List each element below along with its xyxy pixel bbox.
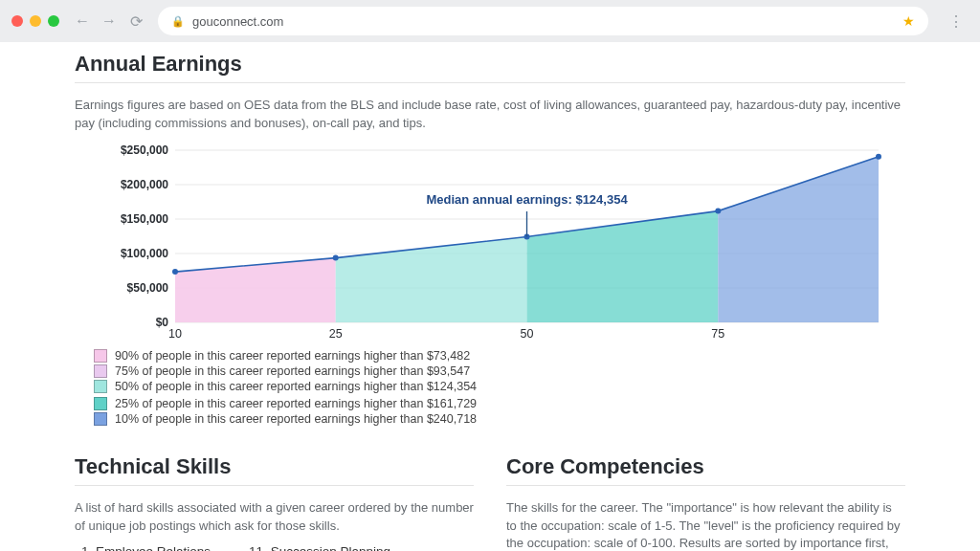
list-item: Succession Planning bbox=[249, 544, 390, 551]
swatch-p90 bbox=[94, 349, 107, 363]
legend-text-p50: 50% of people in this career reported ea… bbox=[115, 380, 477, 393]
xtick-50: 50 bbox=[521, 327, 534, 341]
list-item: Employee Relations bbox=[96, 544, 211, 551]
xtick-25: 25 bbox=[329, 327, 343, 341]
url-text: gouconnect.com bbox=[192, 14, 895, 29]
legend-text-p25: 25% of people in this career reported ea… bbox=[115, 397, 477, 410]
ytick-200k: $200,000 bbox=[121, 178, 168, 191]
swatch-p10 bbox=[94, 412, 107, 426]
tech-list-a: Employee Relations Talent Acquisition bbox=[75, 544, 211, 551]
address-bar[interactable]: 🔒 gouconnect.com ★ bbox=[158, 7, 928, 35]
back-button[interactable]: ← bbox=[75, 12, 90, 30]
legend-text-p75: 75% of people in this career reported ea… bbox=[115, 364, 470, 378]
svg-point-7 bbox=[333, 254, 339, 260]
core-competencies-section: Core Competencies The skills for the car… bbox=[506, 449, 905, 551]
core-desc: The skills for the career. The "importan… bbox=[506, 499, 905, 551]
svg-point-10 bbox=[876, 153, 881, 159]
swatch-p25 bbox=[94, 397, 107, 410]
ytick-0: $0 bbox=[156, 316, 169, 329]
tech-title: Technical Skills bbox=[75, 454, 474, 486]
earnings-desc: Earnings figures are based on OES data f… bbox=[75, 97, 905, 133]
legend-item-p75: 75% of people in this career reported ea… bbox=[94, 364, 477, 378]
legend-item-p90: 90% of people in this career reported ea… bbox=[94, 349, 477, 363]
ytick-150k: $150,000 bbox=[121, 212, 168, 226]
xtick-75: 75 bbox=[711, 327, 724, 341]
earnings-title: Annual Earnings bbox=[75, 52, 905, 83]
median-annotation: Median annual earnings: $124,354 bbox=[426, 192, 628, 207]
legend-item-p10: 10% of people in this career reported ea… bbox=[94, 412, 477, 426]
legend-text-p90: 90% of people in this career reported ea… bbox=[115, 349, 470, 363]
ytick-250k: $250,000 bbox=[121, 143, 168, 157]
nav-controls: ← → ⟳ bbox=[75, 12, 143, 31]
tech-list-b: Succession Planning Business Strategies bbox=[239, 544, 390, 551]
tech-desc: A list of hard skills associated with a … bbox=[75, 499, 474, 536]
xtick-10: 10 bbox=[168, 327, 182, 341]
ytick-50k: $50,000 bbox=[127, 281, 169, 295]
legend-text-p10: 10% of people in this career reported ea… bbox=[115, 412, 477, 426]
close-window-icon[interactable] bbox=[11, 15, 23, 27]
bookmark-star-icon[interactable]: ★ bbox=[902, 13, 915, 29]
svg-point-9 bbox=[715, 208, 721, 213]
ytick-100k: $100,000 bbox=[121, 247, 168, 260]
maximize-window-icon[interactable] bbox=[48, 15, 59, 27]
minimize-window-icon[interactable] bbox=[30, 15, 41, 27]
legend-item-p50: 50% of people in this career reported ea… bbox=[94, 380, 477, 393]
earnings-legend: 90% of people in this career reported ea… bbox=[94, 349, 896, 426]
lock-icon: 🔒 bbox=[171, 15, 185, 28]
legend-item-p25: 25% of people in this career reported ea… bbox=[94, 397, 477, 410]
swatch-p50 bbox=[94, 380, 107, 393]
earnings-chart-svg: $0 $50,000 $100,000 $150,000 $200,000 $2… bbox=[75, 141, 907, 342]
forward-button[interactable]: → bbox=[101, 12, 117, 30]
reload-button[interactable]: ⟳ bbox=[130, 12, 143, 31]
earnings-chart: $0 $50,000 $100,000 $150,000 $200,000 $2… bbox=[75, 141, 905, 342]
window-controls bbox=[11, 15, 59, 27]
browser-menu-button[interactable]: ⋮ bbox=[944, 12, 969, 31]
browser-chrome: ← → ⟳ 🔒 gouconnect.com ★ ⋮ bbox=[0, 0, 980, 42]
swatch-p75 bbox=[94, 364, 107, 378]
page-content: Annual Earnings Earnings figures are bas… bbox=[0, 42, 980, 551]
svg-point-6 bbox=[172, 269, 178, 275]
core-title: Core Competencies bbox=[506, 454, 905, 486]
technical-skills-section: Technical Skills A list of hard skills a… bbox=[75, 449, 474, 551]
